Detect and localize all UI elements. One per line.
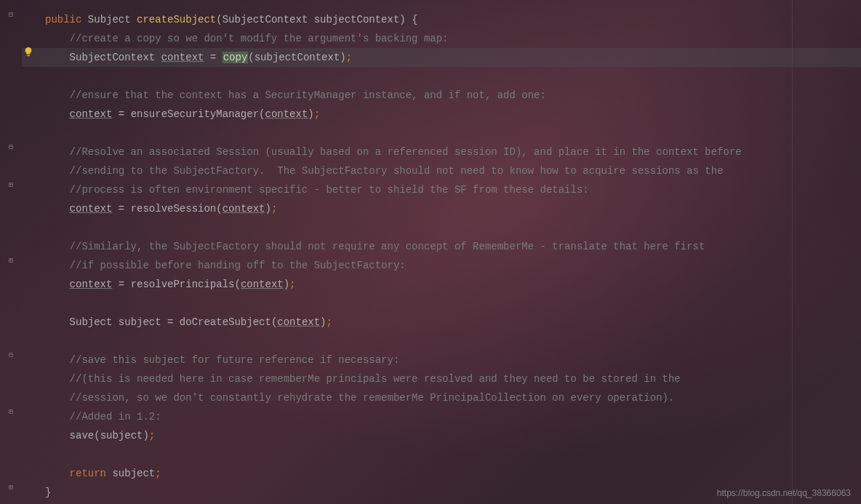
code-line: //(this is needed here in case rememberM… xyxy=(45,369,861,388)
code-area[interactable]: public Subject createSubject(SubjectCont… xyxy=(22,0,861,504)
code-line: context = resolvePrincipals(context); xyxy=(45,275,861,294)
code-editor[interactable]: ⊟ ⊟ ⊞ ⊞ ⊟ ⊞ ⊞ public Subject createSubje… xyxy=(0,0,861,504)
code-line-current: SubjectContext context = copy(subjectCon… xyxy=(22,48,861,67)
code-line xyxy=(45,332,861,351)
fold-marker[interactable]: ⊞ xyxy=(7,256,15,265)
code-line: return subject; xyxy=(45,464,861,483)
code-line xyxy=(45,294,861,313)
watermark: https://blog.csdn.net/qq_38366063 xyxy=(717,488,851,498)
code-line: //Similarly, the SubjectFactory should n… xyxy=(45,237,861,256)
code-line: //sending to the SubjectFactory. The Sub… xyxy=(45,161,861,180)
code-line: Subject subject = doCreateSubject(contex… xyxy=(45,313,861,332)
code-line xyxy=(45,445,861,464)
code-line xyxy=(45,67,861,86)
code-line: //save this subject for future reference… xyxy=(45,351,861,369)
gutter: ⊟ ⊟ ⊞ ⊞ ⊟ ⊞ ⊞ xyxy=(0,0,22,504)
code-line: public Subject createSubject(SubjectCont… xyxy=(45,10,861,29)
code-line: //Resolve an associated Session (usually… xyxy=(45,143,861,161)
code-line: //if possible before handing off to the … xyxy=(45,256,861,275)
code-line xyxy=(45,124,861,143)
lightbulb-icon[interactable] xyxy=(23,47,33,57)
code-line: //Added in 1.2: xyxy=(45,407,861,426)
code-line: context = resolveSession(context); xyxy=(45,199,861,218)
fold-marker[interactable]: ⊟ xyxy=(7,351,15,359)
fold-marker[interactable]: ⊞ xyxy=(7,180,15,189)
fold-marker[interactable]: ⊟ xyxy=(7,10,15,19)
code-line: //ensure that the context has a Security… xyxy=(45,86,861,105)
code-line: //session, so we don't constantly rehydr… xyxy=(45,388,861,407)
fold-marker[interactable]: ⊞ xyxy=(7,407,15,416)
fold-marker[interactable]: ⊞ xyxy=(7,483,15,492)
code-line: context = ensureSecurityManager(context)… xyxy=(45,105,861,124)
code-line: //process is often environment specific … xyxy=(45,180,861,199)
code-line xyxy=(45,218,861,237)
fold-marker[interactable]: ⊟ xyxy=(7,143,15,151)
code-line: save(subject); xyxy=(45,426,861,445)
code-line: //create a copy so we don't modify the a… xyxy=(45,29,861,48)
